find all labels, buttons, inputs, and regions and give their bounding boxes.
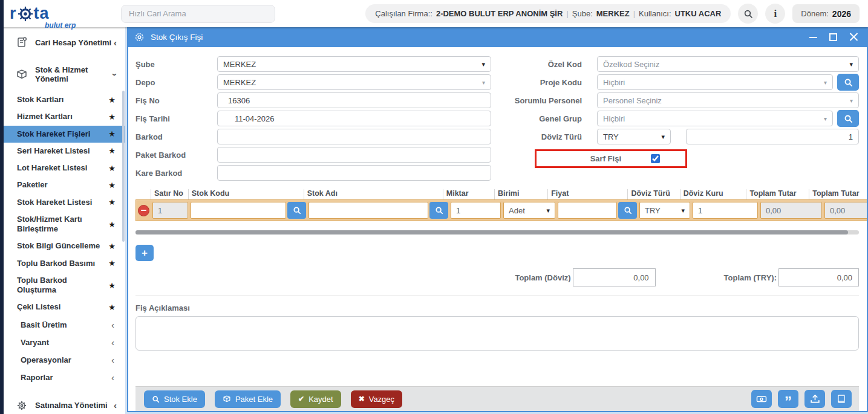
sidebar-item-operasyonlar[interactable]: Operasyonlar ‹ (4, 351, 125, 369)
sidebar-scrollbar[interactable] (122, 91, 125, 242)
stok-kodu-search-button[interactable] (287, 202, 306, 219)
row-doviz-turu-select[interactable]: TRY ▾ (639, 202, 690, 219)
doviz-turu-select-value: TRY (603, 132, 619, 141)
column-header: Fiyat (547, 189, 627, 199)
items-grid: Satır No Stok Kodu Stok Adı Miktar Birim… (135, 189, 867, 221)
favorite-star-icon[interactable]: ★ (108, 146, 116, 155)
kaydet-button[interactable]: ✔ Kaydet (290, 390, 341, 408)
sidebar-item-stok-hizmet-karti-birlestirme[interactable]: Stok/Hizmet Kartı Birleştirme ★ (4, 211, 125, 238)
maximize-icon[interactable] (829, 33, 837, 41)
sidebar-item-varyant[interactable]: Varyant ‹ (4, 334, 125, 351)
fis-aciklamasi-textarea[interactable] (135, 316, 859, 351)
sarf-fisi-field-label: Sarf Fişi (543, 154, 621, 163)
window-footer: Stok Ekle Paket Ekle ✔ Kaydet ✖ Vazgeç (135, 386, 859, 411)
favorite-star-icon[interactable]: ★ (108, 242, 116, 251)
favorite-star-icon[interactable]: ★ (108, 181, 116, 190)
column-header: Toplam Tutar (809, 189, 867, 199)
book-button[interactable] (831, 390, 852, 408)
sidebar-item-lot-hareket-listesi[interactable]: Lot Hareket Listesi ★ (4, 160, 125, 176)
sidebar-item-label: Stok Kartları (17, 95, 67, 105)
minimize-icon[interactable] (809, 37, 817, 38)
favorite-star-icon[interactable]: ★ (108, 303, 116, 312)
doviz-kuru-input[interactable] (686, 129, 859, 144)
stok-ekle-button[interactable]: Stok Ekle (144, 390, 205, 408)
sidebar-group-satinalma[interactable]: Satınalma Yönetimi ‹ (4, 386, 125, 414)
sidebar-item-stok-hareket-fisleri[interactable]: Stok Hareket Fişleri ★ (4, 126, 125, 143)
info-button[interactable]: i (765, 4, 785, 24)
favorite-star-icon[interactable]: ★ (108, 281, 116, 290)
sidebar-item-label: Stok Hareket Fişleri (17, 129, 94, 139)
miktar-input[interactable] (451, 202, 501, 219)
app-logo[interactable]: r ta bulut erp (0, 5, 121, 22)
sidebar-item-label: Paketler (17, 180, 51, 190)
sube-select[interactable]: MERKEZ ▾ (217, 56, 491, 72)
row-doviz-kuru-input[interactable] (693, 202, 758, 219)
column-header: Döviz Kuru (680, 189, 746, 199)
main-area: Stok Çıkış Fişi Şube MERKEZ ▾ (125, 27, 868, 414)
favorite-star-icon[interactable]: ★ (108, 259, 116, 268)
close-icon[interactable] (849, 33, 858, 42)
minus-icon (141, 210, 146, 212)
fiyat-search-button[interactable] (618, 202, 637, 219)
vazgec-button[interactable]: ✖ Vazgeç (351, 390, 402, 408)
sidebar-item-label: Çeki Listesi (17, 302, 64, 312)
favorite-star-icon[interactable]: ★ (108, 112, 116, 121)
sidebar-item-raporlar[interactable]: Raporlar ‹ (4, 369, 125, 386)
caret-down-icon: ▾ (681, 207, 685, 215)
sarf-fisi-checkbox[interactable] (651, 154, 660, 163)
sidebar-item-stok-hareket-listesi[interactable]: Stok Hareket Listesi ★ (4, 194, 125, 211)
sorumlu-personel-select[interactable]: Personel Seçiniz ▾ (597, 92, 859, 108)
horizontal-scrollbar[interactable] (135, 230, 859, 234)
fiyat-input[interactable] (558, 202, 617, 219)
sidebar-group-stok-hizmet[interactable]: Stok & Hizmet Yönetimi › (4, 56, 125, 91)
sidebar-item-hizmet-kartlari[interactable]: Hizmet Kartları ★ (4, 108, 125, 125)
proje-kodu-search-button[interactable] (837, 74, 859, 91)
quick-search-input[interactable] (121, 5, 275, 23)
fis-no-field-label: Fiş No (135, 96, 217, 105)
header-search-button[interactable] (738, 4, 758, 24)
paket-ekle-button[interactable]: Paket Ekle (215, 390, 281, 408)
banknote-button[interactable] (751, 390, 772, 408)
stok-adi-search-button[interactable] (429, 202, 448, 219)
genel-grup-select[interactable]: Hiçbiri ▾ (597, 111, 833, 126)
quote-button[interactable]: ” (778, 390, 798, 408)
kare-barkod-input[interactable] (217, 165, 491, 181)
fis-tarihi-input[interactable] (217, 111, 491, 126)
sidebar-item-stok-kartlari[interactable]: Stok Kartları ★ (4, 91, 125, 108)
proje-kodu-select[interactable]: Hiçbiri ▾ (597, 74, 833, 90)
kare-barkod-field-label: Kare Barkod (135, 169, 217, 178)
barkod-input[interactable] (217, 129, 491, 144)
favorite-star-icon[interactable]: ★ (108, 95, 116, 105)
favorite-star-icon[interactable]: ★ (108, 129, 116, 138)
sidebar-item-toplu-barkod-olusturma[interactable]: Toplu Barkod Oluşturma ★ (4, 272, 125, 299)
period-selector[interactable]: Dönem: 2026 (792, 4, 860, 23)
birimi-select[interactable]: Adet ▾ (503, 202, 555, 219)
favorite-star-icon[interactable]: ★ (108, 220, 116, 229)
doviz-turu-select[interactable]: TRY ▾ (597, 129, 671, 144)
sidebar-item-stok-bilgi-guncelleme[interactable]: Stok Bilgi Güncelleme ★ (4, 238, 125, 254)
barkod-field-label: Barkod (135, 132, 217, 141)
genel-grup-search-button[interactable] (837, 110, 859, 127)
fis-no-input[interactable] (217, 92, 491, 108)
kaydet-label: Kaydet (308, 395, 333, 404)
add-row-button[interactable]: + (135, 245, 154, 261)
paket-barkod-input[interactable] (217, 147, 491, 163)
sidebar-item-basit-uretim[interactable]: Basit Üretim ‹ (4, 316, 125, 334)
sidebar-item-paketler[interactable]: Paketler ★ (4, 176, 125, 193)
sidebar-item-ceki-listesi[interactable]: Çeki Listesi ★ (4, 299, 125, 315)
favorite-star-icon[interactable]: ★ (108, 164, 116, 173)
remove-row-button[interactable] (138, 205, 149, 216)
sidebar-item-toplu-barkod-basimi[interactable]: Toplu Barkod Basımı ★ (4, 255, 125, 272)
stok-adi-input[interactable] (308, 202, 428, 219)
sidebar-group-cari-hesap[interactable]: Cari Hesap Yönetimi ‹ (4, 27, 125, 56)
sidebar-item-label: Seri Hareket Listesi (17, 146, 94, 156)
depo-select[interactable]: MERKEZ ▾ (217, 74, 491, 90)
ozel-kod-select[interactable]: Özelkod Seçiniz ▾ (597, 56, 859, 72)
window-titlebar[interactable]: Stok Çıkış Fişi (128, 27, 867, 47)
sidebar-item-seri-hareket-listesi[interactable]: Seri Hareket Listesi ★ (4, 143, 125, 160)
chevron-left-icon: ‹ (114, 38, 117, 47)
upload-button[interactable] (804, 390, 825, 408)
stok-kodu-input[interactable] (191, 202, 286, 219)
favorite-star-icon[interactable]: ★ (108, 198, 116, 207)
scrollbar-thumb[interactable] (135, 230, 848, 234)
